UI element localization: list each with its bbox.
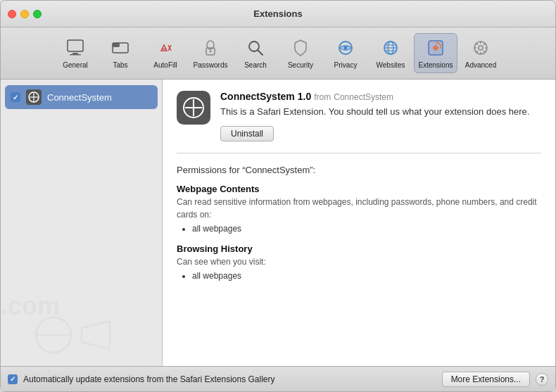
autofill-label: AutoFill bbox=[153, 61, 177, 70]
svg-point-14 bbox=[344, 46, 348, 50]
detail-panel: ConnectSystem 1.0 from ConnectSystem Thi… bbox=[163, 80, 555, 366]
extensions-label: Extensions bbox=[419, 61, 453, 70]
autofill-icon bbox=[154, 37, 177, 59]
auto-update-checkbox[interactable]: ✓ bbox=[8, 374, 18, 384]
svg-rect-3 bbox=[113, 43, 120, 47]
advanced-icon bbox=[469, 37, 492, 59]
sidebar-item-name: ConnectSystem bbox=[47, 92, 112, 103]
toolbar-item-security[interactable]: Security bbox=[279, 34, 322, 72]
search-toolbar-icon bbox=[244, 37, 267, 59]
security-icon bbox=[289, 37, 312, 59]
watermark: fish.com bbox=[1, 289, 82, 324]
svg-line-30 bbox=[476, 51, 478, 52]
permission-browsing-history: Browsing History Can see when you visit:… bbox=[177, 244, 541, 281]
svg-line-29 bbox=[484, 44, 485, 45]
toolbar: General Tabs AutoFill bbox=[1, 27, 555, 80]
permission-list-item: all webpages bbox=[192, 224, 541, 234]
sidebar-item-connectsystem[interactable]: ✓ ConnectSystem bbox=[5, 85, 158, 109]
passwords-icon bbox=[199, 37, 222, 59]
uninstall-button[interactable]: Uninstall bbox=[220, 126, 274, 141]
extension-icon-large bbox=[177, 91, 210, 125]
general-icon bbox=[64, 37, 87, 59]
search-label: Search bbox=[244, 61, 267, 70]
permission-list-1: all webpages bbox=[177, 271, 541, 281]
toolbar-item-general[interactable]: General bbox=[53, 34, 97, 72]
toolbar-item-tabs[interactable]: Tabs bbox=[99, 34, 142, 72]
maximize-button[interactable] bbox=[33, 10, 42, 18]
svg-point-22 bbox=[479, 46, 483, 50]
titlebar: Extensions bbox=[1, 1, 555, 27]
window-title: Extensions bbox=[253, 8, 302, 19]
extension-version: 1.0 bbox=[298, 91, 311, 102]
help-button[interactable]: ? bbox=[536, 373, 548, 386]
extension-icon bbox=[26, 89, 42, 105]
toolbar-item-search[interactable]: Search bbox=[234, 34, 277, 72]
window-controls bbox=[8, 10, 42, 18]
auto-update-label: Automatically update extensions from the… bbox=[23, 374, 436, 384]
extension-enabled-checkbox[interactable]: ✓ bbox=[11, 92, 20, 102]
toolbar-item-passwords[interactable]: Passwords bbox=[189, 34, 232, 72]
extension-description: This is a Safari Extension. You should t… bbox=[220, 105, 541, 119]
more-extensions-button[interactable]: More Extensions... bbox=[442, 372, 530, 387]
general-label: General bbox=[63, 61, 88, 70]
websites-icon bbox=[379, 37, 402, 59]
extension-info: ConnectSystem 1.0 from ConnectSystem Thi… bbox=[220, 91, 541, 141]
privacy-icon bbox=[334, 37, 357, 59]
svg-point-34 bbox=[36, 317, 71, 353]
security-label: Security bbox=[288, 61, 313, 70]
permission-name-0: Webpage Contents bbox=[177, 184, 541, 194]
permission-list-0: all webpages bbox=[177, 224, 541, 234]
toolbar-item-websites[interactable]: Websites bbox=[369, 34, 412, 72]
permission-desc-0: Can read sensitive information from webp… bbox=[177, 196, 541, 221]
extension-header: ConnectSystem 1.0 from ConnectSystem Thi… bbox=[177, 91, 541, 153]
permissions-title: Permissions for “ConnectSystem”: bbox=[177, 165, 541, 175]
main-window: Extensions General Tabs bbox=[0, 0, 556, 392]
bottom-bar: ✓ Automatically update extensions from t… bbox=[1, 366, 555, 391]
toolbar-item-privacy[interactable]: Privacy bbox=[324, 34, 367, 72]
svg-rect-2 bbox=[70, 54, 81, 56]
svg-line-12 bbox=[258, 51, 263, 56]
permission-desc-1: Can see when you visit: bbox=[177, 255, 541, 268]
permission-name-1: Browsing History bbox=[177, 244, 541, 254]
permission-webpage-contents: Webpage Contents Can read sensitive info… bbox=[177, 184, 541, 234]
extensions-icon bbox=[424, 37, 447, 59]
advanced-label: Advanced bbox=[465, 61, 496, 70]
permission-list-item: all webpages bbox=[192, 271, 541, 281]
svg-line-28 bbox=[484, 51, 485, 52]
toolbar-item-extensions[interactable]: Extensions bbox=[414, 33, 457, 73]
sidebar: ✓ ConnectSystem fish.com bbox=[1, 80, 163, 366]
svg-point-10 bbox=[210, 51, 212, 53]
tabs-icon bbox=[109, 37, 132, 59]
websites-label: Websites bbox=[377, 61, 405, 70]
ext-developer-prefix: from bbox=[314, 92, 331, 102]
tabs-label: Tabs bbox=[113, 61, 127, 70]
extension-name-row: ConnectSystem 1.0 from ConnectSystem bbox=[220, 91, 541, 102]
privacy-label: Privacy bbox=[334, 61, 358, 70]
main-content: ✓ ConnectSystem fish.com bbox=[1, 80, 555, 366]
extension-name: ConnectSystem bbox=[220, 91, 295, 102]
passwords-label: Passwords bbox=[194, 61, 228, 70]
toolbar-item-autofill[interactable]: AutoFill bbox=[144, 34, 187, 72]
permissions-section: Permissions for “ConnectSystem”: Webpage… bbox=[177, 165, 541, 281]
extension-developer: ConnectSystem bbox=[334, 92, 393, 102]
minimize-button[interactable] bbox=[20, 10, 29, 18]
svg-line-27 bbox=[476, 44, 478, 45]
close-button[interactable] bbox=[8, 10, 16, 18]
svg-rect-0 bbox=[68, 40, 83, 51]
toolbar-item-advanced[interactable]: Advanced bbox=[459, 34, 503, 72]
